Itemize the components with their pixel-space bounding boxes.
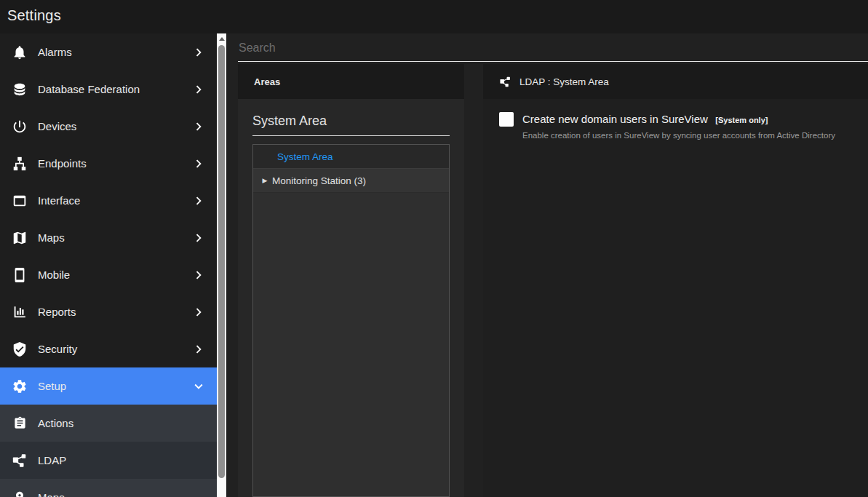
clipboard-icon xyxy=(11,415,28,432)
page-title: Settings xyxy=(0,0,868,24)
scrollbar-up-arrow-icon[interactable] xyxy=(219,37,225,41)
sidebar-item-label: Reports xyxy=(38,306,76,318)
area-tree: System Area ▶ Monitoring Station (3) xyxy=(252,144,450,497)
heading-divider xyxy=(252,135,450,136)
sidebar-item-label: Mobile xyxy=(38,269,70,281)
sidebar-item-security[interactable]: Security xyxy=(0,330,217,367)
sidebar-item-label: Security xyxy=(38,343,77,355)
create-domain-users-checkbox[interactable] xyxy=(499,112,514,127)
sidebar-item-devices[interactable]: Devices xyxy=(0,108,217,145)
database-icon xyxy=(11,81,28,98)
tree-item-system-area[interactable]: System Area xyxy=(253,145,449,169)
areas-panel-body: System Area System Area ▶ Monitoring Sta… xyxy=(238,99,464,497)
chevron-right-icon xyxy=(191,156,207,172)
network-hub-icon xyxy=(11,155,28,172)
ldap-panel-title: LDAP : System Area xyxy=(519,76,609,87)
sidebar-item-label: LDAP xyxy=(38,454,66,466)
chevron-right-icon xyxy=(191,230,207,246)
chevron-right-icon xyxy=(191,267,207,283)
settings-sidebar: Alarms Database Federation Devices Endpo… xyxy=(0,33,217,497)
sidebar-item-mobile[interactable]: Mobile xyxy=(0,256,217,293)
chevron-right-icon xyxy=(191,119,207,135)
bell-icon xyxy=(11,44,28,61)
areas-panel-header: Areas xyxy=(238,64,464,99)
tree-item-label: System Area xyxy=(277,151,333,162)
sidebar-item-label: Database Federation xyxy=(38,83,140,95)
gear-icon xyxy=(11,378,28,395)
option-description: Enable creation of users in SureView by … xyxy=(522,131,835,140)
sidebar-item-setup[interactable]: Setup xyxy=(0,367,217,405)
chevron-down-icon xyxy=(191,378,207,394)
area-heading: System Area xyxy=(252,114,450,129)
ldap-panel: LDAP : System Area Create new domain use… xyxy=(483,64,868,497)
sidebar-subitem-ldap[interactable]: LDAP xyxy=(0,442,217,479)
option-text: Create new domain users in SureView [Sys… xyxy=(522,112,835,140)
chevron-right-icon xyxy=(191,44,207,60)
areas-panel: Areas System Area System Area ▶ Monitori… xyxy=(238,64,464,497)
sidebar-item-maps[interactable]: Maps xyxy=(0,219,217,256)
top-bar: Settings xyxy=(0,0,868,33)
sidebar-subitem-maps[interactable]: Maps xyxy=(0,479,217,497)
expand-triangle-icon[interactable]: ▶ xyxy=(258,177,272,184)
tree-item-label: Monitoring Station (3) xyxy=(272,175,366,186)
network-tree-icon xyxy=(499,76,511,88)
ldap-panel-body: Create new domain users in SureView [Sys… xyxy=(483,99,868,497)
create-domain-users-option: Create new domain users in SureView [Sys… xyxy=(499,112,852,140)
sidebar-scrollbar-track[interactable] xyxy=(217,33,226,497)
sidebar-scrollbar-thumb[interactable] xyxy=(218,45,225,478)
sidebar-item-label: Maps xyxy=(38,491,65,497)
search-input[interactable] xyxy=(238,37,868,62)
map-pin-icon xyxy=(11,489,28,497)
shield-check-icon xyxy=(11,341,28,358)
chevron-right-icon xyxy=(191,193,207,209)
content-panels: Areas System Area System Area ▶ Monitori… xyxy=(238,64,868,497)
window-panel-icon xyxy=(11,192,28,210)
sidebar-item-reports[interactable]: Reports xyxy=(0,293,217,330)
sidebar-item-label: Alarms xyxy=(38,46,72,58)
sidebar-item-label: Devices xyxy=(38,120,76,132)
chevron-right-icon xyxy=(191,341,207,357)
sidebar-item-endpoints[interactable]: Endpoints xyxy=(0,145,217,182)
sidebar-subitem-actions[interactable]: Actions xyxy=(0,405,217,442)
areas-panel-title: Areas xyxy=(254,76,280,87)
system-only-badge: [System only] xyxy=(715,116,768,124)
bar-chart-icon xyxy=(11,303,28,321)
sidebar-item-label: Setup xyxy=(38,380,66,392)
sidebar-item-label: Maps xyxy=(38,231,65,244)
search-bar xyxy=(238,37,868,62)
sidebar-item-interface[interactable]: Interface xyxy=(0,182,217,219)
tree-item-monitoring-station[interactable]: ▶ Monitoring Station (3) xyxy=(253,169,449,193)
sidebar-item-database-federation[interactable]: Database Federation xyxy=(0,71,217,108)
power-icon xyxy=(11,118,28,135)
smartphone-icon xyxy=(11,266,28,284)
sidebar-item-label: Endpoints xyxy=(38,157,87,170)
chevron-right-icon xyxy=(191,81,207,98)
network-tree-icon xyxy=(11,452,28,469)
map-icon xyxy=(11,229,28,247)
sidebar-item-label: Actions xyxy=(38,417,73,429)
sidebar-item-label: Interface xyxy=(38,194,80,207)
chevron-right-icon xyxy=(191,304,207,320)
sidebar-item-alarms[interactable]: Alarms xyxy=(0,33,217,71)
option-label: Create new domain users in SureView xyxy=(522,113,708,125)
ldap-panel-header: LDAP : System Area xyxy=(483,64,868,99)
main-content: Areas System Area System Area ▶ Monitori… xyxy=(226,33,868,497)
